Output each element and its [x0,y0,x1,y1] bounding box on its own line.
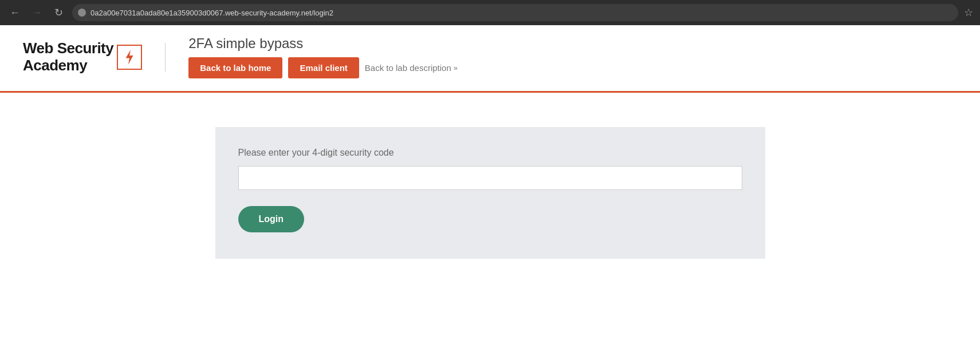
logo-area: Web Security Academy [23,40,142,74]
svg-marker-0 [126,50,133,65]
header-divider [165,43,166,72]
browser-chrome: ← → ↻ 0a2a00e7031a0ada80e1a359003d0067.w… [0,0,980,25]
login-button[interactable]: Login [238,206,305,232]
email-client-button[interactable]: Email client [288,57,359,78]
security-code-input[interactable] [238,166,742,190]
lab-info: 2FA simple bypass Back to lab home Email… [188,35,458,78]
refresh-button[interactable]: ↻ [50,5,66,21]
back-button[interactable]: ← [7,5,23,21]
logo-icon [117,45,142,70]
site-security-icon [78,9,86,17]
security-code-label: Please enter your 4-digit security code [238,148,742,158]
main-content: Please enter your 4-digit security code … [0,93,980,293]
url-bar[interactable]: 0a2a00e7031a0ada80e1a359003d0067.web-sec… [72,4,958,21]
back-to-lab-description-link[interactable]: Back to lab description » [365,63,458,73]
site-header: Web Security Academy 2FA simple bypass B… [0,25,980,78]
lab-title: 2FA simple bypass [188,35,458,52]
security-code-form: Please enter your 4-digit security code … [215,127,765,259]
back-to-lab-home-button[interactable]: Back to lab home [188,57,282,78]
chevron-icon: » [454,64,458,72]
url-text: 0a2a00e7031a0ada80e1a359003d0067.web-sec… [90,9,953,17]
logo-text: Web Security Academy [23,40,113,74]
bookmark-button[interactable]: ☆ [964,6,973,19]
forward-button[interactable]: → [29,5,45,21]
lab-actions: Back to lab home Email client Back to la… [188,57,458,78]
